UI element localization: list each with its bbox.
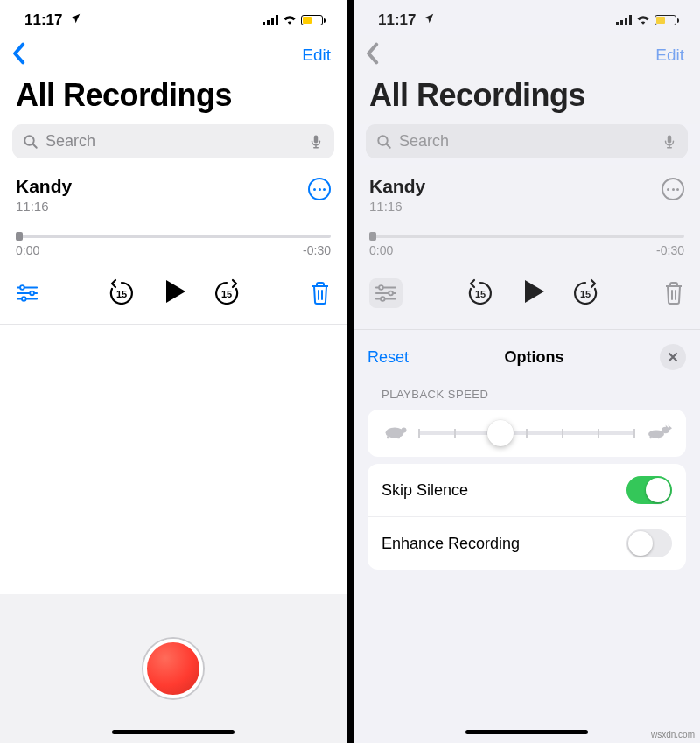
play-button[interactable] bbox=[159, 277, 189, 310]
wifi-icon bbox=[282, 11, 298, 29]
search-placeholder: Search bbox=[399, 132, 654, 151]
skip-back-button[interactable]: 15 bbox=[107, 278, 136, 308]
recording-item: Kandy 11:16 bbox=[354, 165, 700, 219]
svg-point-4 bbox=[22, 297, 26, 301]
nav-bar: Edit bbox=[0, 35, 346, 72]
recording-title: Kandy bbox=[369, 176, 425, 197]
elapsed-time: 0:00 bbox=[369, 243, 393, 257]
battery-icon bbox=[654, 15, 679, 25]
dictation-icon bbox=[662, 134, 677, 150]
svg-rect-1 bbox=[314, 135, 318, 143]
skip-forward-button[interactable]: 15 bbox=[212, 278, 242, 308]
playback-scrubber[interactable]: 0:00 -0:30 bbox=[0, 219, 346, 263]
scrubber-thumb bbox=[369, 232, 376, 241]
fast-icon bbox=[646, 422, 672, 445]
back-button bbox=[364, 42, 380, 68]
recording-timestamp: 11:16 bbox=[369, 199, 425, 214]
watermark: wsxdn.com bbox=[651, 730, 695, 739]
recording-timestamp: 11:16 bbox=[16, 199, 72, 214]
page-title: All Recordings bbox=[0, 72, 346, 124]
home-indicator[interactable] bbox=[466, 730, 588, 734]
back-button[interactable] bbox=[10, 42, 26, 68]
page-title: All Recordings bbox=[354, 72, 700, 124]
battery-icon bbox=[301, 15, 326, 25]
svg-point-8 bbox=[388, 291, 393, 296]
search-icon bbox=[376, 134, 392, 150]
section-label: PLAYBACK SPEED bbox=[354, 379, 700, 406]
wifi-icon bbox=[635, 11, 651, 29]
svg-rect-6 bbox=[668, 135, 672, 143]
signal-icon bbox=[262, 15, 278, 25]
remaining-time: -0:30 bbox=[303, 243, 331, 257]
enhance-recording-toggle[interactable] bbox=[626, 529, 672, 557]
sheet-title: Options bbox=[505, 348, 564, 367]
recording-item[interactable]: Kandy 11:16 bbox=[0, 165, 346, 219]
location-icon bbox=[69, 11, 81, 29]
options-sheet: Reset Options PLAYBACK SPEED bbox=[354, 329, 700, 743]
location-icon bbox=[423, 11, 435, 29]
more-options-button bbox=[662, 178, 684, 200]
svg-point-3 bbox=[30, 291, 34, 296]
svg-rect-17 bbox=[658, 436, 660, 438]
playback-options-button bbox=[369, 278, 402, 308]
nav-bar: Edit bbox=[354, 35, 700, 72]
home-indicator[interactable] bbox=[112, 730, 234, 734]
skip-silence-toggle[interactable] bbox=[626, 476, 672, 504]
svg-point-11 bbox=[402, 428, 407, 433]
search-input[interactable]: Search bbox=[12, 124, 334, 158]
record-button[interactable] bbox=[144, 639, 203, 698]
voice-memos-screen-options: 11:17 Edit All Recordings Search bbox=[346, 0, 700, 743]
reset-button[interactable]: Reset bbox=[368, 348, 409, 367]
svg-rect-13 bbox=[397, 436, 400, 438]
svg-rect-12 bbox=[387, 436, 389, 438]
voice-memos-screen: 11:17 Edit All Recordings Search bbox=[0, 0, 346, 743]
playback-speed-card bbox=[368, 410, 686, 457]
dictation-icon[interactable] bbox=[308, 134, 324, 150]
enhance-recording-row: Enhance Recording bbox=[368, 516, 686, 570]
more-options-button[interactable] bbox=[308, 178, 331, 200]
delete-button bbox=[663, 281, 684, 305]
elapsed-time: 0:00 bbox=[16, 243, 39, 257]
skip-forward-button: 15 bbox=[570, 278, 600, 308]
skip-back-button: 15 bbox=[466, 278, 495, 308]
options-rows: Skip Silence Enhance Recording bbox=[368, 464, 686, 570]
play-button bbox=[518, 277, 548, 310]
status-bar: 11:17 bbox=[354, 0, 700, 35]
status-bar: 11:17 bbox=[0, 0, 346, 35]
status-time: 11:17 bbox=[24, 11, 81, 29]
svg-point-7 bbox=[379, 285, 383, 290]
enhance-recording-label: Enhance Recording bbox=[382, 535, 520, 553]
playback-controls: 15 15 bbox=[354, 263, 700, 324]
skip-silence-label: Skip Silence bbox=[382, 481, 468, 500]
edit-button[interactable]: Edit bbox=[302, 46, 331, 65]
close-button[interactable] bbox=[660, 344, 686, 370]
delete-button[interactable] bbox=[310, 281, 331, 305]
playback-controls: 15 15 bbox=[0, 263, 346, 325]
search-icon bbox=[23, 134, 38, 150]
playback-options-button[interactable] bbox=[16, 284, 38, 303]
signal-icon bbox=[616, 15, 632, 25]
speed-slider[interactable] bbox=[418, 431, 635, 435]
edit-button: Edit bbox=[655, 46, 684, 65]
skip-silence-row: Skip Silence bbox=[368, 464, 686, 516]
slow-icon bbox=[382, 422, 408, 445]
svg-point-9 bbox=[381, 297, 385, 301]
speed-thumb[interactable] bbox=[487, 420, 514, 446]
recording-title: Kandy bbox=[16, 176, 72, 197]
svg-point-2 bbox=[20, 285, 24, 290]
playback-scrubber: 0:00 -0:30 bbox=[354, 219, 700, 263]
status-time: 11:17 bbox=[378, 11, 435, 29]
record-footer bbox=[0, 594, 346, 743]
remaining-time: -0:30 bbox=[656, 243, 684, 257]
search-input: Search bbox=[366, 124, 688, 158]
svg-rect-16 bbox=[650, 436, 652, 438]
search-placeholder: Search bbox=[46, 132, 301, 151]
scrubber-thumb[interactable] bbox=[16, 232, 23, 241]
